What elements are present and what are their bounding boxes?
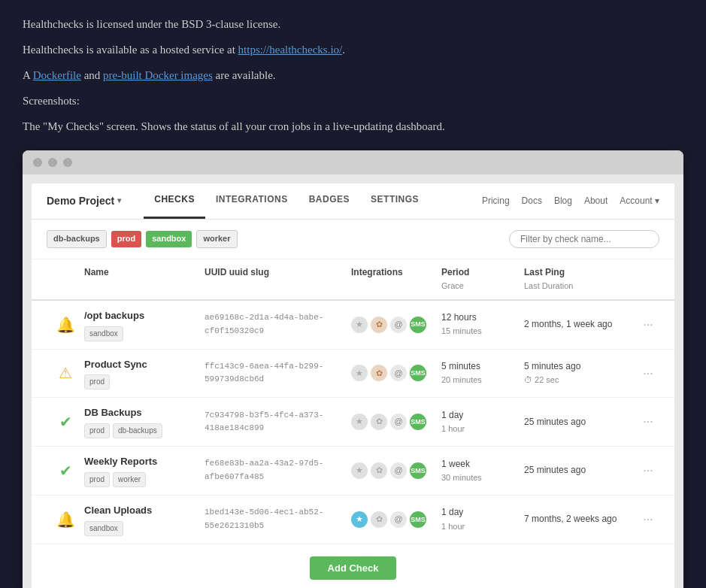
intro-line2: Healthchecks is available as a hosted se…: [23, 41, 683, 59]
intro-screenshots: Screenshots:: [23, 92, 683, 110]
period-cell: 5 minutes 20 minutes: [441, 359, 524, 387]
check-tag[interactable]: prod: [84, 472, 110, 487]
int-slack-disabled-icon: ✿: [371, 414, 387, 430]
tag-db-backups[interactable]: db-backups: [47, 230, 107, 248]
int-email-icon: @: [390, 317, 407, 333]
int-sms-icon: SMS: [410, 511, 426, 528]
int-email-icon: @: [390, 462, 407, 479]
dockerfile-link[interactable]: Dockerfile: [33, 69, 81, 81]
more-button[interactable]: ···: [637, 412, 659, 432]
int-slack-icon: ✿: [371, 365, 387, 381]
docker-images-link[interactable]: pre-built Docker images: [103, 69, 213, 81]
more-button[interactable]: ···: [637, 364, 659, 383]
browser-titlebar: [23, 150, 683, 174]
tab-integrations[interactable]: INTEGRATIONS: [205, 183, 298, 219]
check-name-cell: /opt backups sandbox: [84, 308, 205, 341]
check-name-cell: Weekly Reports prod worker: [84, 454, 205, 487]
check-uuid: ffc143c9-6aea-44fa-b299-599739d8cb6d: [205, 360, 351, 386]
integrations-cell: ★ ✿ @ SMS: [351, 462, 441, 479]
table-row: ✔ DB Backups prod db-backups 7c934798-b3…: [32, 398, 674, 447]
period-cell: 12 hours 15 minutes: [441, 311, 524, 338]
int-star-icon: ★: [351, 365, 368, 381]
check-tags: prod worker: [84, 472, 205, 487]
check-tag[interactable]: prod: [84, 374, 110, 389]
checks-table: Name UUID uuid slug Integrations Period …: [32, 259, 674, 544]
search-input[interactable]: [509, 230, 659, 248]
lastping-cell: 5 minutes ago ⏱ 22 sec: [524, 359, 637, 387]
period-cell: 1 day 1 hour: [441, 408, 524, 436]
col-header-integrations: Integrations: [351, 265, 441, 293]
integrations-cell: ★ ✿ @ SMS: [351, 317, 441, 333]
nav-account[interactable]: Account ▾: [620, 194, 659, 208]
status-icon-paused: 🔔: [47, 508, 84, 532]
check-name[interactable]: Product Sync: [84, 357, 205, 373]
browser-window: Demo Project ▾ CHECKS INTEGRATIONS BADGE…: [23, 150, 683, 588]
more-button[interactable]: ···: [637, 510, 659, 529]
check-tags: prod: [84, 374, 205, 389]
tag-sandbox[interactable]: sandbox: [146, 231, 192, 247]
tab-settings[interactable]: SETTINGS: [360, 183, 429, 219]
col-header-actions: [637, 265, 659, 293]
check-tags: sandbox: [84, 326, 205, 341]
integrations-cell: ★ ✿ @ SMS: [351, 414, 441, 430]
int-slack-disabled-icon: ✿: [371, 511, 387, 528]
int-star-icon: ★: [351, 317, 368, 333]
check-name-cell: DB Backups prod db-backups: [84, 405, 205, 438]
add-check-row: Add Check: [32, 544, 674, 588]
more-button[interactable]: ···: [637, 461, 659, 480]
more-button[interactable]: ···: [637, 315, 659, 335]
table-row: ⚠ Product Sync prod ffc143c9-6aea-44fa-b…: [32, 350, 674, 399]
int-star-icon: ★: [351, 462, 368, 479]
lastping-cell: 2 months, 1 week ago: [524, 317, 637, 332]
check-name[interactable]: Weekly Reports: [84, 454, 205, 470]
nav-pricing[interactable]: Pricing: [482, 194, 510, 208]
nav-brand[interactable]: Demo Project ▾: [47, 192, 121, 209]
check-name[interactable]: DB Backups: [84, 405, 205, 421]
int-sms-icon: SMS: [410, 365, 426, 381]
int-sms-icon: SMS: [410, 317, 426, 333]
integrations-cell: ★ ✿ @ SMS: [351, 511, 441, 528]
check-tag[interactable]: prod: [84, 423, 110, 438]
check-name[interactable]: Clean Uploads: [84, 503, 205, 519]
check-tags: prod db-backups: [84, 423, 205, 438]
check-uuid: 1bed143e-5d06-4ec1-ab52-55e2621310b5: [205, 506, 351, 532]
check-tag[interactable]: db-backups: [113, 423, 162, 438]
check-uuid: fe68e83b-aa2a-43a2-97d5-afbe607fa485: [205, 457, 351, 483]
int-star-active-icon: ★: [351, 511, 368, 528]
check-tag[interactable]: worker: [113, 472, 146, 487]
check-tag[interactable]: sandbox: [84, 326, 123, 341]
tab-checks[interactable]: CHECKS: [144, 183, 205, 219]
brand-dropdown-icon: ▾: [117, 195, 121, 207]
int-email-icon: @: [390, 365, 407, 381]
table-header: Name UUID uuid slug Integrations Period …: [32, 259, 674, 301]
intro-description: The "My Checks" screen. Shows the status…: [23, 117, 683, 135]
status-icon-up: ✔: [47, 459, 84, 483]
add-check-button[interactable]: Add Check: [310, 556, 397, 580]
check-name-cell: Clean Uploads sandbox: [84, 503, 205, 536]
tab-badges[interactable]: BADGES: [298, 183, 360, 219]
nav-about[interactable]: About: [584, 194, 608, 208]
int-email-icon: @: [390, 511, 407, 528]
integrations-cell: ★ ✿ @ SMS: [351, 365, 441, 381]
table-row: 🔔 /opt backups sandbox ae69168c-2d1a-4d4…: [32, 301, 674, 350]
col-header-lastping: Last Ping Last Duration: [524, 265, 637, 293]
nav-docs[interactable]: Docs: [522, 194, 542, 208]
filter-bar: db-backups prod sandbox worker: [32, 220, 674, 259]
tag-worker[interactable]: worker: [196, 230, 237, 248]
status-icon-warning: ⚠: [47, 361, 84, 385]
nav-blog[interactable]: Blog: [554, 194, 572, 208]
period-cell: 1 day 1 hour: [441, 505, 524, 533]
top-nav: Demo Project ▾ CHECKS INTEGRATIONS BADGE…: [32, 183, 674, 220]
status-icon-down: 🔔: [47, 313, 84, 337]
col-header-name: Name: [84, 265, 205, 293]
table-row: ✔ Weekly Reports prod worker fe68e83b-aa…: [32, 447, 674, 496]
healthchecks-link[interactable]: https://healthchecks.io/: [238, 44, 343, 56]
lastping-cell: 7 months, 2 weeks ago: [524, 512, 637, 526]
browser-dot-2: [48, 158, 57, 167]
intro-line1: Healthchecks is licensed under the BSD 3…: [23, 15, 683, 33]
check-name[interactable]: /opt backups: [84, 308, 205, 324]
tag-prod[interactable]: prod: [111, 231, 141, 247]
col-header-period: Period Grace: [441, 265, 524, 293]
col-header-uuid: UUID uuid slug: [205, 265, 351, 293]
check-tag[interactable]: sandbox: [84, 521, 123, 536]
